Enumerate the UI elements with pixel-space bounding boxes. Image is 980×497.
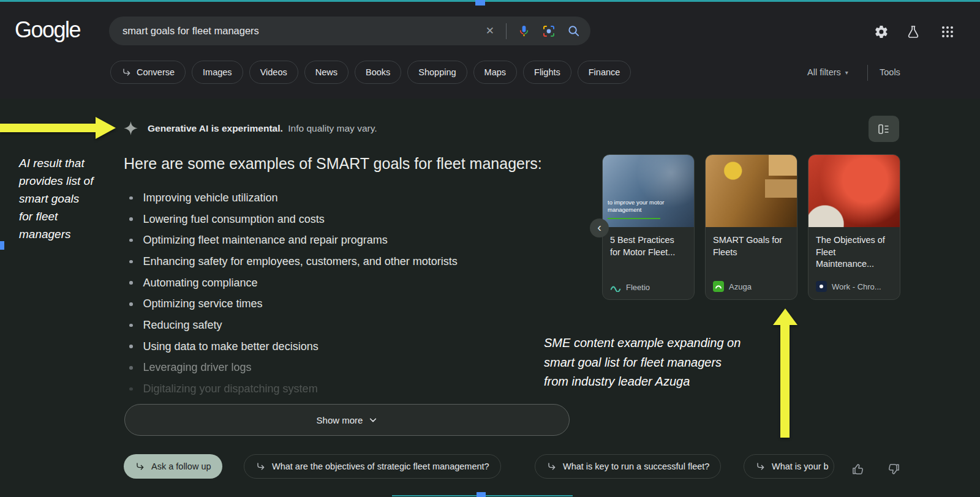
settings-gear-icon[interactable]	[873, 24, 889, 40]
bullet-dot	[129, 260, 133, 264]
bullet-dot	[129, 239, 133, 242]
source-card-fleetio[interactable]: to improve your motor management 5 Best …	[602, 154, 695, 300]
source-card-azuga[interactable]: SMART Goals for Fleets Azuga	[705, 154, 797, 300]
disclaimer-text: Info quality may vary.	[288, 123, 377, 133]
search-input[interactable]: smart goals for fleet managers	[123, 25, 484, 37]
tab-shopping[interactable]: Shopping	[407, 61, 467, 84]
all-filters-button[interactable]: All filters ▾	[807, 67, 848, 77]
bullet-dot	[129, 387, 133, 391]
ai-answer-heading: Here are some examples of SMART goals fo…	[124, 155, 589, 173]
lens-camera-icon[interactable]	[541, 24, 556, 39]
card-thumbnail: to improve your motor management	[603, 155, 694, 227]
google-logo[interactable]: Google	[15, 17, 80, 43]
source-card-work-chron[interactable]: The Objectives of Fleet Maintenance... W…	[808, 154, 900, 300]
tab-converse[interactable]: Converse	[110, 61, 186, 84]
show-more-label: Show more	[317, 415, 363, 425]
tools-button[interactable]: Tools	[880, 67, 900, 77]
search-icon[interactable]	[567, 24, 581, 38]
thumbs-up-button[interactable]	[850, 461, 866, 477]
chevron-down-icon: ▾	[845, 69, 848, 76]
tab-label: Videos	[260, 67, 287, 77]
chip-label: Ask a follow up	[151, 461, 211, 471]
tab-label: Images	[203, 67, 232, 77]
bullet-dot	[129, 324, 133, 327]
card-source: Fleetio	[610, 283, 650, 292]
card-title: 5 Best Practices for Motor Fleet...	[603, 227, 694, 258]
card-source: Azuga	[713, 281, 752, 292]
card-thumbnail	[809, 155, 900, 227]
ai-answer-list: Improving vehicle utilization Lowering f…	[129, 187, 509, 400]
tab-finance[interactable]: Finance	[578, 61, 631, 84]
chip-label: What is key to run a successful fleet?	[563, 461, 709, 471]
search-bar[interactable]: smart goals for fleet managers ✕	[109, 17, 590, 45]
selection-handle-top[interactable]	[475, 0, 485, 6]
bullet-dot	[129, 302, 133, 306]
tab-images[interactable]: Images	[192, 61, 243, 84]
tab-label: Shopping	[418, 67, 456, 77]
disclaimer-text-bold: Generative AI is experimental.	[148, 123, 283, 133]
card-title: The Objectives of Fleet Maintenance...	[809, 227, 900, 271]
divider	[867, 65, 868, 81]
follow-up-arrow-icon	[546, 461, 556, 471]
follow-up-arrow-icon	[255, 461, 265, 471]
tab-news[interactable]: News	[304, 61, 349, 84]
azuga-logo-icon	[713, 281, 724, 292]
list-item: Lowering fuel consumption and costs	[129, 209, 509, 230]
tab-label: News	[315, 67, 337, 77]
follow-up-arrow-icon	[755, 461, 765, 471]
selection-line-top	[0, 0, 980, 2]
bullet-dot	[129, 196, 133, 200]
divider	[506, 23, 507, 39]
follow-up-chip[interactable]: What is your b	[744, 454, 834, 479]
list-item: Using data to make better decisions	[129, 336, 509, 357]
list-item: Leveraging driver logs	[129, 357, 509, 379]
tab-label: Converse	[137, 67, 175, 77]
list-item: Reducing safety	[129, 315, 509, 336]
search-bar-icons: ✕	[484, 23, 581, 39]
carousel-prev-button[interactable]: ‹	[590, 219, 609, 237]
show-more-button[interactable]: Show more	[124, 404, 570, 436]
chevron-down-icon	[369, 416, 377, 424]
selection-handle-left[interactable]	[0, 241, 4, 250]
annotation-right-note: SME content example expanding on smart g…	[544, 334, 777, 392]
thumbs-down-button[interactable]	[885, 461, 901, 477]
all-filters-label: All filters	[807, 67, 841, 77]
card-source: Work - Chro...	[816, 281, 881, 292]
fleetio-logo-icon	[610, 283, 621, 292]
tab-videos[interactable]: Videos	[249, 61, 298, 84]
selection-handle-bottom[interactable]	[477, 492, 486, 497]
bullet-dot	[129, 345, 133, 348]
labs-flask-icon[interactable]	[905, 24, 921, 40]
thumbnail-caption: to improve your motor management	[608, 199, 692, 214]
tab-flights[interactable]: Flights	[523, 61, 571, 84]
follow-up-chip[interactable]: What is key to run a successful fleet?	[535, 454, 721, 479]
bullet-dot	[129, 217, 133, 221]
bullet-dot	[129, 281, 133, 285]
annotation-left-note: AI result that provides list of smart go…	[19, 154, 126, 243]
layout-toggle-button[interactable]	[869, 116, 899, 142]
chip-label: What are the objectives of strategic fle…	[272, 461, 489, 471]
tab-books[interactable]: Books	[355, 61, 401, 84]
tab-maps[interactable]: Maps	[473, 61, 517, 84]
list-item: Digitalizing your dispatching system	[129, 378, 509, 400]
list-item: Enhancing safety for employees, customer…	[129, 251, 509, 272]
sparkle-icon	[123, 120, 139, 136]
tab-label: Flights	[534, 67, 560, 77]
apps-grid-icon[interactable]	[940, 24, 956, 40]
split-view-icon	[878, 123, 890, 135]
tab-label: Maps	[484, 67, 506, 77]
microphone-icon[interactable]	[517, 24, 531, 38]
search-tabs: Converse Images Videos News Books Shoppi…	[110, 61, 631, 84]
follow-up-arrow-icon	[135, 461, 145, 471]
card-title: SMART Goals for Fleets	[706, 227, 797, 258]
work-chron-logo-icon	[816, 281, 827, 292]
chevron-left-icon: ‹	[597, 219, 601, 236]
search-header: Google smart goals for fleet managers ✕	[0, 0, 980, 99]
clear-icon[interactable]: ✕	[484, 24, 496, 37]
follow-up-arrow-icon	[121, 67, 131, 77]
thumbnail-underline	[608, 218, 660, 220]
follow-up-chip[interactable]: What are the objectives of strategic fle…	[244, 454, 501, 479]
chip-label: What is your b	[772, 461, 829, 471]
tools-label: Tools	[880, 67, 900, 77]
ask-follow-up-button[interactable]: Ask a follow up	[124, 454, 222, 479]
